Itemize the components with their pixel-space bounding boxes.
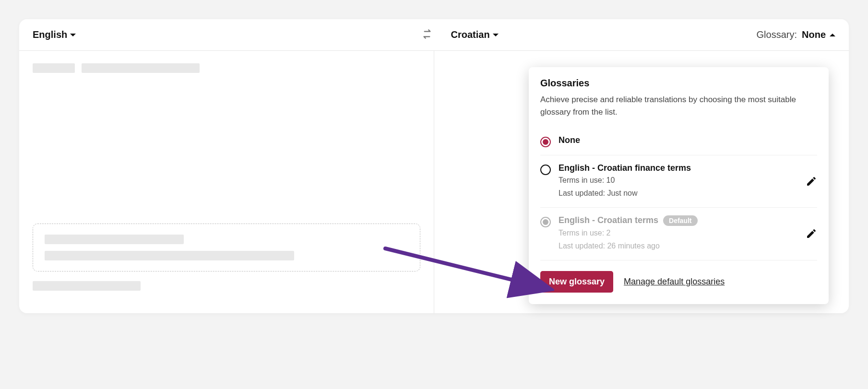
source-text-area[interactable]: [19, 51, 434, 313]
skeleton-line: [45, 235, 184, 244]
radio-unselected[interactable]: [540, 165, 551, 175]
option-name-text: English - Croatian terms: [559, 215, 658, 225]
glossary-option-finance[interactable]: English - Croatian finance terms Terms i…: [540, 155, 817, 208]
chevron-down-icon: [493, 34, 499, 36]
default-badge: Default: [663, 215, 697, 226]
glossary-dropdown-button[interactable]: None: [802, 29, 835, 40]
target-language-button[interactable]: Croatian: [451, 29, 499, 40]
option-updated: Last updated: 26 minutes ago: [559, 240, 798, 252]
suggestion-box: [33, 224, 420, 271]
radio-selected[interactable]: [540, 137, 551, 147]
glossary-dropdown-panel: Glossaries Achieve precise and reliable …: [529, 67, 829, 304]
skeleton-line: [33, 281, 141, 291]
glossary-selector: Glossary: None: [757, 29, 835, 40]
header-row: English Croatian Glossary: None: [19, 19, 849, 50]
edit-glossary-button[interactable]: [806, 176, 817, 187]
swap-icon: [421, 28, 433, 40]
swap-column: [417, 28, 437, 42]
radio-disabled[interactable]: [540, 217, 551, 227]
glossary-option-none[interactable]: None: [540, 128, 817, 155]
option-name: English - Croatian finance terms: [559, 163, 691, 173]
translator-panel: English Croatian Glossary: None: [19, 19, 849, 313]
swap-languages-button[interactable]: [421, 28, 433, 42]
option-terms: Terms in use: 2: [559, 227, 798, 239]
manage-default-glossaries-link[interactable]: Manage default glossaries: [624, 277, 725, 287]
skeleton-line: [82, 63, 200, 73]
dropdown-description: Achieve precise and reliable translation…: [540, 94, 817, 119]
option-body: English - Croatian terms Default Terms i…: [559, 215, 798, 252]
option-body: English - Croatian finance terms Terms i…: [559, 163, 798, 200]
source-language-button[interactable]: English: [33, 29, 76, 40]
option-terms: Terms in use: 10: [559, 174, 798, 187]
skeleton-line: [33, 63, 75, 73]
glossary-option-default[interactable]: English - Croatian terms Default Terms i…: [540, 208, 817, 260]
target-language-label: Croatian: [451, 29, 490, 40]
dropdown-footer: New glossary Manage default glossaries: [540, 271, 817, 293]
target-header: Croatian Glossary: None: [437, 29, 836, 40]
edit-glossary-button[interactable]: [806, 228, 817, 239]
glossary-value: None: [802, 29, 826, 40]
pencil-icon: [806, 228, 817, 239]
dropdown-title: Glossaries: [540, 78, 817, 89]
option-body: None: [559, 135, 817, 145]
option-updated: Last updated: Just now: [559, 187, 798, 200]
chevron-down-icon: [70, 34, 76, 36]
new-glossary-button[interactable]: New glossary: [540, 271, 613, 293]
chevron-up-icon: [830, 34, 835, 36]
source-language-label: English: [33, 29, 67, 40]
option-name: None: [559, 135, 580, 145]
source-header: English: [33, 29, 417, 40]
option-name: English - Croatian terms Default: [559, 215, 698, 226]
skeleton-row: [33, 63, 420, 80]
skeleton-line: [45, 251, 294, 260]
pencil-icon: [806, 176, 817, 187]
glossary-label: Glossary:: [757, 29, 797, 40]
